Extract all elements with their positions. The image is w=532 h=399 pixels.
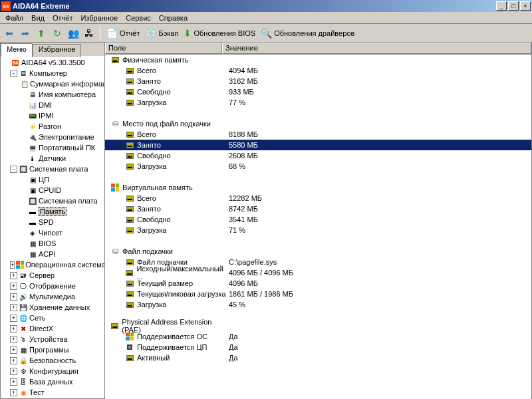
nav-forward-button[interactable]: ➡ — [18, 26, 33, 41]
expand-toggle[interactable]: - — [10, 70, 17, 77]
menu-файл[interactable]: Файл — [1, 13, 27, 23]
tree-item[interactable]: +✖DirectX — [1, 323, 104, 334]
menu-сервис[interactable]: Сервис — [122, 13, 155, 23]
expand-toggle[interactable]: + — [10, 293, 17, 301]
expand-toggle[interactable]: + — [10, 389, 17, 396]
driver-updates-button[interactable]: 🔍Обновления драйверов — [258, 28, 357, 39]
tree-item[interactable]: ▬Память — [1, 206, 104, 217]
expand-toggle[interactable]: - — [10, 166, 17, 173]
tree-item[interactable]: 🔌Электропитание — [1, 132, 104, 142]
tree-item[interactable]: +Операционная система — [1, 259, 104, 270]
tree-item[interactable]: 📟IPMI — [1, 110, 104, 121]
tree-item[interactable]: -🖥Компьютер — [1, 68, 104, 78]
expand-toggle[interactable]: + — [10, 304, 17, 311]
tree-item[interactable]: +🌐Сеть — [1, 313, 104, 323]
header-field[interactable]: Поле — [105, 43, 222, 54]
menu-справка[interactable]: Справка — [155, 13, 192, 23]
tree-item[interactable]: 📊DMI — [1, 100, 104, 110]
users-button[interactable]: 👥 — [66, 26, 80, 41]
expand-toggle[interactable]: + — [10, 325, 17, 332]
network-button[interactable]: 🖧 — [82, 26, 96, 41]
nav-tree[interactable]: 64AIDA64 v5.30.3500-🖥Компьютер📋Суммарная… — [1, 56, 104, 398]
data-row[interactable]: Поддерживается ОСДа — [105, 331, 531, 342]
data-row[interactable]: ▬Свободно933 МБ — [105, 86, 531, 97]
data-row[interactable]: ▬Загрузка68 % — [105, 161, 531, 172]
data-row[interactable]: ▬Всего8188 МБ — [105, 129, 531, 140]
tree-item[interactable]: ◈Чипсет — [1, 227, 104, 238]
tree-root[interactable]: 64AIDA64 v5.30.3500 — [1, 57, 104, 68]
data-row[interactable]: ▬Загрузка71 % — [105, 225, 531, 235]
expand-toggle[interactable]: + — [10, 336, 17, 343]
menu-отчёт[interactable]: Отчёт — [49, 13, 76, 23]
expand-toggle[interactable]: + — [10, 357, 17, 364]
data-row[interactable]: ▬Текущая/пиковая загрузка1861 МБ / 1986 … — [105, 289, 531, 299]
maximize-button[interactable]: □ — [508, 1, 519, 11]
minimize-button[interactable]: _ — [496, 1, 507, 11]
tree-item[interactable]: ▦BIOS — [1, 238, 104, 249]
tree-item[interactable]: +🔊Мультимедиа — [1, 291, 104, 302]
data-row[interactable]: ▬Загрузка45 % — [105, 299, 531, 310]
data-row[interactable]: ▬Свободно2608 МБ — [105, 150, 531, 161]
tree-item[interactable]: 📋Суммарная информация — [1, 78, 104, 89]
tab-меню[interactable]: Меню — [1, 43, 33, 57]
tree-item[interactable]: +🖰Устройства — [1, 334, 104, 344]
tree-item[interactable]: 💻Портативный ПК — [1, 142, 104, 153]
nav-up-button[interactable]: ⬆ — [34, 26, 49, 41]
tree-item[interactable]: ▣ЦП — [1, 174, 104, 185]
tree-item[interactable]: +🖵Отображение — [1, 281, 104, 291]
tree-item[interactable]: -🔲Системная плата — [1, 164, 104, 174]
tree-item[interactable]: +🖳Сервер — [1, 270, 104, 281]
tree-item[interactable]: +◉Тест — [1, 387, 104, 398]
menu-избранное[interactable]: Избранное — [76, 13, 122, 23]
nav-back-button[interactable]: ⬅ — [2, 26, 17, 41]
tree-item[interactable]: +▦Программы — [1, 344, 104, 355]
backup-button[interactable]: 💿Бэкап — [142, 28, 181, 39]
tree-item[interactable]: ▣CPUID — [1, 185, 104, 196]
data-row[interactable]: ▬Занято3162 МБ — [105, 76, 531, 86]
section-header[interactable]: ▬Physical Address Extension (PAE) — [105, 321, 531, 331]
expand-toggle[interactable]: + — [10, 261, 15, 269]
header-value[interactable]: Значение — [222, 43, 531, 54]
data-row[interactable]: ▬Занято5580 МБ — [105, 140, 531, 150]
data-row[interactable]: ▬АктивныйДа — [105, 352, 531, 363]
column-headers[interactable]: Поле Значение — [105, 43, 531, 55]
expand-toggle[interactable]: + — [10, 283, 17, 290]
data-row[interactable]: ▬Всего4094 МБ — [105, 65, 531, 76]
tree-item[interactable]: 🌡Датчики — [1, 153, 104, 164]
data-row[interactable]: Поддерживается ЦПДа — [105, 342, 531, 352]
tree-item[interactable]: 🖥Имя компьютера — [1, 89, 104, 100]
section-header[interactable]: Виртуальная память — [105, 182, 531, 193]
tree-item[interactable]: +🗄База данных — [1, 376, 104, 387]
refresh-button[interactable]: ↻ — [50, 26, 65, 41]
section-header[interactable]: ⛁Файл подкачки — [105, 246, 531, 257]
section-header[interactable]: ▬Физическая память — [105, 55, 531, 65]
data-row[interactable]: ▬Занято8742 МБ — [105, 203, 531, 214]
report-button[interactable]: 📄Отчёт — [104, 28, 142, 39]
expand-toggle[interactable]: + — [10, 346, 17, 354]
data-row[interactable]: ▬Исходный/максимальный ...4096 МБ / 4096… — [105, 267, 531, 278]
expand-toggle[interactable]: + — [10, 378, 17, 386]
menu-вид[interactable]: Вид — [27, 13, 49, 23]
expand-toggle[interactable]: + — [10, 315, 17, 322]
data-row[interactable]: ▬Свободно3541 МБ — [105, 214, 531, 225]
menubar: ФайлВидОтчётИзбранноеСервисСправка — [0, 12, 532, 24]
data-row[interactable]: ▬Текущий размер4096 МБ — [105, 278, 531, 289]
data-list[interactable]: ▬Физическая память▬Всего4094 МБ▬Занято31… — [105, 55, 531, 399]
field-name: Свободно — [137, 88, 171, 96]
tree-item[interactable]: 🔲Системная плата — [1, 196, 104, 206]
tree-item[interactable]: +💾Хранение данных — [1, 302, 104, 313]
expand-toggle[interactable]: + — [10, 272, 17, 279]
tree-item[interactable]: +⚙Конфигурация — [1, 366, 104, 376]
tree-item[interactable]: ▬SPD — [1, 217, 104, 227]
section-header[interactable]: ⛁Место под файл подкачки — [105, 118, 531, 129]
close-button[interactable]: × — [520, 1, 531, 11]
memory-chip-icon: ▬ — [125, 130, 134, 139]
tree-item[interactable]: +🔒Безопасность — [1, 355, 104, 366]
tree-item[interactable]: ▦ACPI — [1, 249, 104, 259]
tab-избранное[interactable]: Избранное — [33, 44, 82, 57]
tree-item[interactable]: ⚡Разгон — [1, 121, 104, 132]
data-row[interactable]: ▬Загрузка77 % — [105, 97, 531, 108]
expand-toggle[interactable]: + — [10, 368, 17, 375]
bios-updates-button[interactable]: ⬇Обновления BIOS — [181, 28, 258, 39]
data-row[interactable]: ▬Всего12282 МБ — [105, 193, 531, 203]
